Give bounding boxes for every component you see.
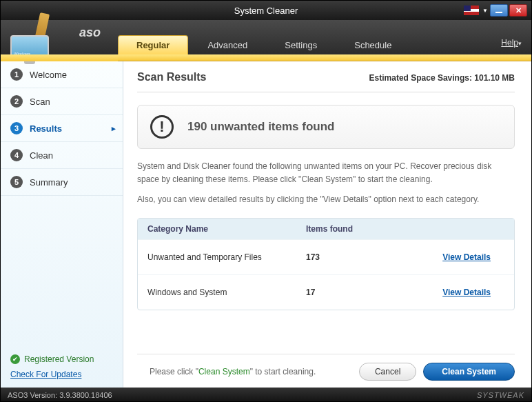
help-menu[interactable]: Help <box>501 38 522 48</box>
sidebar-item-clean[interactable]: 4Clean <box>1 142 123 169</box>
version-text: ASO3 Version: 3.9.3800.18406 <box>8 391 112 399</box>
sidebar-item-label: Welcome <box>30 70 67 80</box>
view-details-link[interactable]: View Details <box>442 252 491 262</box>
brand-text: aso <box>79 26 101 40</box>
header-bar: aso Regular Advanced Settings Schedule H… <box>1 20 531 54</box>
description-1: System and Disk Cleaner found the follow… <box>137 160 515 186</box>
exclamation-icon: ! <box>150 115 174 139</box>
brand-mark: SYSTWEAK <box>477 391 524 399</box>
tab-regular[interactable]: Regular <box>118 35 188 54</box>
results-table: Category Name Items found Unwanted and T… <box>137 218 515 310</box>
sidebar-item-summary[interactable]: 5Summary <box>1 169 123 196</box>
language-dropdown[interactable]: ▼ <box>482 6 489 15</box>
category-cell: Windows and System <box>147 288 306 297</box>
check-updates-link[interactable]: Check For Updates <box>10 370 113 379</box>
cancel-button[interactable]: Cancel <box>359 363 416 381</box>
gold-divider <box>1 54 531 61</box>
table-row: Unwanted and Temporary Files 173 View De… <box>138 239 514 274</box>
footer-hint: Please click "Clean System" to start cle… <box>137 367 316 376</box>
window-title: System Cleaner <box>234 6 298 16</box>
tab-schedule[interactable]: Schedule <box>336 36 409 54</box>
col-category: Category Name <box>147 224 306 234</box>
description-2: Also, you can view detailed results by c… <box>137 193 515 206</box>
page-title: Scan Results <box>137 71 206 83</box>
alert-banner: ! 190 unwanted items found <box>137 105 515 149</box>
sidebar-item-label: Summary <box>30 177 68 188</box>
close-button[interactable]: ✕ <box>509 4 527 17</box>
items-cell: 17 <box>306 288 409 297</box>
status-bar: ASO3 Version: 3.9.3800.18406 SYSTWEAK <box>1 388 531 402</box>
category-cell: Unwanted and Temporary Files <box>147 252 306 262</box>
clean-system-button[interactable]: Clean System <box>423 363 515 381</box>
minimize-button[interactable] <box>490 4 508 17</box>
alert-message: 190 unwanted items found <box>187 120 334 134</box>
view-details-link[interactable]: View Details <box>442 288 491 297</box>
sidebar-item-results[interactable]: 3Results <box>1 115 123 142</box>
sidebar: 1Welcome 2Scan 3Results 4Clean 5Summary … <box>1 61 123 388</box>
sidebar-item-welcome[interactable]: 1Welcome <box>1 61 123 88</box>
registered-status: Registered Version <box>10 354 113 364</box>
sidebar-item-label: Clean <box>30 150 53 161</box>
sidebar-item-label: Results <box>30 123 62 134</box>
col-items: Items found <box>306 224 409 234</box>
table-header: Category Name Items found <box>138 219 514 239</box>
space-savings: Estimated Space Savings: 101.10 MB <box>369 73 515 83</box>
logo-area: aso <box>1 20 118 54</box>
sidebar-item-scan[interactable]: 2Scan <box>1 88 123 115</box>
table-row: Windows and System 17 View Details <box>138 274 514 310</box>
flag-us-icon[interactable] <box>464 6 479 15</box>
main-tabs: Regular Advanced Settings Schedule <box>118 20 411 54</box>
main-panel: Scan Results Estimated Space Savings: 10… <box>123 61 531 388</box>
tab-settings[interactable]: Settings <box>267 36 335 54</box>
items-cell: 173 <box>306 252 409 262</box>
tab-advanced[interactable]: Advanced <box>190 36 265 54</box>
title-bar: System Cleaner ▼ ✕ <box>1 1 531 20</box>
sidebar-item-label: Scan <box>30 97 50 107</box>
